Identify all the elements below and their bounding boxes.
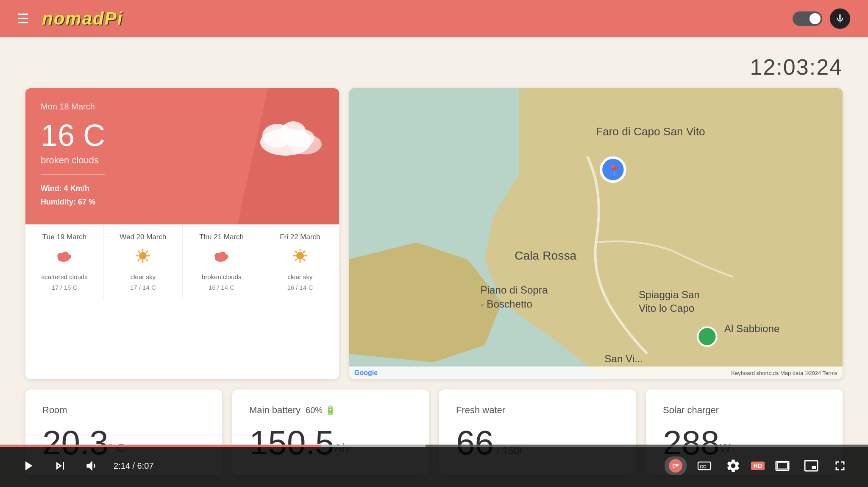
map-card[interactable]: Faro di Capo San Vito Cala Rossa Piano d… (349, 88, 843, 379)
miniplayer-icon (804, 458, 819, 473)
forecast-day-4-temps: 16 / 14 C (268, 284, 332, 291)
svg-line-16 (146, 259, 148, 261)
map-background: Faro di Capo San Vito Cala Rossa Piano d… (349, 88, 843, 379)
forecast-day-4: Fri 22 March (261, 224, 339, 299)
theater-button[interactable] (771, 455, 793, 477)
play-icon (20, 458, 36, 473)
weather-icon-container (256, 102, 324, 159)
svg-line-29 (303, 259, 305, 261)
water-label-text: Fresh water (456, 405, 505, 416)
humidity-info: Humidity: 67 % (41, 195, 105, 209)
battery-badge: 60% 🔋 (306, 405, 336, 415)
svg-point-10 (139, 252, 147, 260)
svg-text:Spiaggia San: Spiaggia San (639, 289, 700, 300)
humidity-label: Humidity: (41, 198, 76, 206)
settings-button[interactable] (722, 455, 744, 477)
progress-bar[interactable] (0, 445, 868, 447)
clock-display: 12:03:24 (25, 54, 843, 80)
weather-date: Mon 18 March (41, 102, 105, 112)
svg-text:📍: 📍 (608, 164, 621, 176)
miniplayer-button[interactable] (800, 455, 822, 477)
forecast-day-3-desc: broken clouds (189, 273, 254, 280)
controls-right: CC HD (665, 455, 851, 477)
forecast-day-2: Wed 20 March (104, 224, 182, 299)
map-attribution: Keyboard shortcuts Map data ©2024 Terms (731, 370, 837, 376)
video-controls: 2:14 / 6:07 CC HD (0, 445, 868, 487)
top-cards-row: Mon 18 March 16 C broken clouds Wind: 4 … (25, 88, 843, 379)
wind-label: Wind: (41, 184, 62, 193)
forecast-day-2-desc: clear sky (111, 273, 175, 280)
theater-icon (775, 458, 790, 473)
battery-label-text: Main battery (249, 405, 300, 416)
svg-point-45 (698, 327, 716, 346)
mic-button[interactable] (829, 8, 851, 30)
humidity-value: 67 % (78, 198, 95, 206)
cloud-icon-large (256, 110, 324, 157)
svg-line-18 (138, 259, 140, 261)
progress-fill (0, 445, 321, 447)
forecast-row: Tue 19 March scattered clouds 17 / 15 C … (25, 224, 339, 299)
svg-text:Piano di Sopra: Piano di Sopra (480, 284, 548, 296)
map-svg: Faro di Capo San Vito Cala Rossa Piano d… (349, 88, 843, 379)
svg-point-5 (287, 130, 310, 148)
pip-toggle[interactable] (665, 456, 687, 475)
forecast-day-3-name: Thu 21 March (189, 233, 254, 241)
svg-text:Faro di Capo San Vito: Faro di Capo San Vito (596, 125, 705, 138)
svg-text:Vito lo Capo: Vito lo Capo (639, 302, 695, 314)
google-logo: Google (354, 369, 378, 377)
forecast-day-3: Thu 21 March broken clouds 16 / 14 C (183, 224, 261, 299)
wind-info: Wind: 4 Km/h (41, 182, 105, 195)
theme-toggle[interactable] (793, 11, 822, 26)
room-label: Room (42, 405, 205, 416)
svg-rect-49 (777, 463, 787, 469)
cc-icon: CC (697, 458, 712, 473)
volume-button[interactable] (81, 455, 103, 477)
forecast-day-1-icon (32, 247, 97, 268)
svg-line-28 (295, 251, 297, 252)
app-logo: nomadPi (42, 8, 123, 29)
wind-value: 4 Km/h (64, 184, 89, 193)
weather-divider (41, 174, 105, 175)
hd-badge: HD (751, 462, 765, 470)
svg-text:- Boschetto: - Boschetto (480, 298, 532, 310)
weather-current: Mon 18 March 16 C broken clouds Wind: 4 … (25, 88, 339, 224)
room-label-text: Room (42, 405, 67, 416)
navbar-right (793, 8, 851, 30)
svg-text:CC: CC (700, 464, 707, 469)
forecast-day-3-temps: 16 / 14 C (189, 284, 254, 291)
navbar-left: ☰ nomadPi (17, 8, 123, 29)
weather-info: Mon 18 March 16 C broken clouds Wind: 4 … (41, 102, 105, 209)
svg-text:San Vi...: San Vi... (604, 353, 643, 364)
svg-text:Al Sabbione: Al Sabbione (724, 323, 780, 334)
svg-line-31 (295, 259, 297, 261)
water-label: Fresh water (456, 405, 619, 416)
menu-icon[interactable]: ☰ (17, 11, 29, 27)
play-button[interactable] (17, 455, 39, 477)
forecast-day-2-name: Wed 20 March (111, 233, 175, 241)
pip-dot (669, 459, 682, 473)
forecast-day-1-temps: 17 / 15 C (32, 284, 97, 291)
forecast-day-2-temps: 17 / 14 C (111, 284, 175, 291)
svg-line-15 (138, 251, 140, 252)
forecast-day-2-icon (111, 247, 175, 268)
svg-text:Cala Rossa: Cala Rossa (515, 249, 576, 262)
weather-card: Mon 18 March 16 C broken clouds Wind: 4 … (25, 88, 339, 379)
fullscreen-icon (832, 458, 848, 473)
forecast-day-1: Tue 19 March scattered clouds 17 / 15 C (25, 224, 104, 299)
weather-description: broken clouds (41, 155, 105, 166)
pip-icon (672, 462, 679, 470)
map-footer: Google Keyboard shortcuts Map data ©2024… (349, 367, 843, 379)
solar-label-text: Solar charger (663, 405, 719, 416)
battery-label: Main battery 60% 🔋 (249, 405, 412, 416)
svg-point-22 (223, 254, 228, 259)
time-display: 2:14 / 6:07 (114, 461, 154, 471)
svg-point-23 (296, 252, 304, 260)
svg-point-9 (65, 254, 71, 259)
forecast-day-4-desc: clear sky (268, 273, 332, 280)
cc-button[interactable]: CC (693, 455, 715, 477)
fullscreen-button[interactable] (829, 455, 851, 477)
svg-line-30 (303, 251, 305, 252)
next-button[interactable] (49, 455, 71, 477)
navbar: ☰ nomadPi (0, 0, 868, 37)
svg-line-17 (146, 251, 148, 252)
